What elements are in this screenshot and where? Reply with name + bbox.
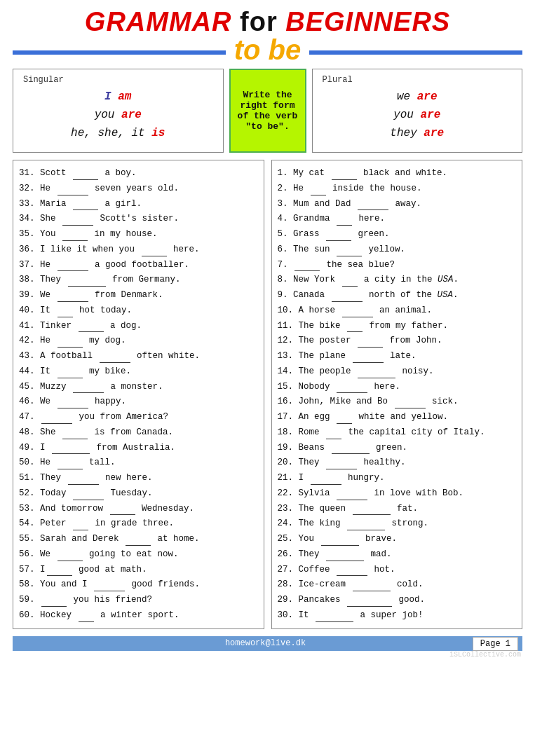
conj-you-are-s: you are xyxy=(23,109,213,121)
list-item: 2. He inside the house. xyxy=(278,182,517,195)
list-item: 12. The poster from John. xyxy=(278,334,517,348)
tobe-row: to be xyxy=(13,39,522,66)
list-item: 5. Grass green. xyxy=(278,228,517,241)
conj-he-is: he, she, it is xyxy=(23,127,213,139)
list-item: 15. Nobody here. xyxy=(278,380,517,394)
list-item: 55. Sarah and Derek at home. xyxy=(19,532,258,546)
list-item: 56. We going to eat now. xyxy=(19,548,258,561)
list-item: 47. you from America? xyxy=(19,411,258,424)
tobe-title: to be xyxy=(226,34,310,66)
list-item: 58. You and I good friends. xyxy=(19,578,258,591)
list-item: 8. New York a city in the USA. xyxy=(278,273,517,287)
singular-label: Singular xyxy=(23,75,213,85)
list-item: 41. Tinker a dog. xyxy=(19,319,258,333)
list-item: 20. They healthy. xyxy=(278,456,517,469)
list-item: 21. I hungry. xyxy=(278,472,517,485)
singular-box: Singular I am you are he, she, it is xyxy=(13,69,224,153)
list-item: 6. The sun yellow. xyxy=(278,243,517,256)
page-title: GRAMMAR for BEGINNERS to be xyxy=(13,7,522,66)
right-exercises: 1. My cat black and white. 2. He inside … xyxy=(271,160,523,629)
instruction-text: Write the right form of the verb "to be"… xyxy=(238,90,298,132)
list-item: 4. Grandma here. xyxy=(278,212,517,226)
footer-email: homework@live.dk xyxy=(139,638,392,648)
list-item: 10. A horse an animal. xyxy=(278,304,517,317)
list-item: 7. the sea blue? xyxy=(278,259,517,272)
list-item: 24. The king strong. xyxy=(278,517,517,530)
list-item: 32. He seven years old. xyxy=(19,182,258,195)
list-item: 53. And tomorrow Wednesday. xyxy=(19,502,258,516)
list-item: 60. Hockey a winter sport. xyxy=(19,609,258,622)
list-item: 13. The plane late. xyxy=(278,350,517,363)
conj-i-am: I am xyxy=(23,90,213,103)
list-item: 50. He tall. xyxy=(19,456,258,469)
list-item: 48. She is from Canada. xyxy=(19,426,258,439)
list-item: 26. They mad. xyxy=(278,548,517,561)
list-item: 23. The queen fat. xyxy=(278,502,517,516)
list-item: 39. We from Denmark. xyxy=(19,289,258,302)
list-item: 14. The people noisy. xyxy=(278,365,517,378)
list-item: 35. You in my house. xyxy=(19,228,258,241)
list-item: 27. Coffee hot. xyxy=(278,563,517,577)
list-item: 33. Maria a girl. xyxy=(19,198,258,211)
list-item: 30. It a super job! xyxy=(278,609,517,622)
conjugation-section: Singular I am you are he, she, it is Wri… xyxy=(13,69,522,153)
list-item: 45. Muzzy a monster. xyxy=(19,380,258,394)
list-item: 51. They new here. xyxy=(19,472,258,485)
list-item: 59. you his friend? xyxy=(19,593,258,607)
list-item: 57. I good at math. xyxy=(19,563,258,577)
list-item: 29. Pancakes good. xyxy=(278,593,517,607)
list-item: 38. They from Germany. xyxy=(19,273,258,287)
list-item: 54. Peter in grade three. xyxy=(19,517,258,530)
list-item: 46. We happy. xyxy=(19,395,258,408)
exercises-section: 31. Scott a boy. 32. He seven years old.… xyxy=(13,160,522,629)
list-item: 16. John, Mike and Bo sick. xyxy=(278,395,517,408)
list-item: 34. She Scott's sister. xyxy=(19,212,258,226)
list-item: 40. It hot today. xyxy=(19,304,258,317)
list-item: 25. You brave. xyxy=(278,532,517,546)
list-item: 9. Canada north of the USA. xyxy=(278,289,517,302)
list-item: 28. Ice-cream cold. xyxy=(278,578,517,591)
list-item: 43. A football often white. xyxy=(19,350,258,363)
footer: homework@live.dk Page 1 xyxy=(13,636,522,651)
plural-box: Plural we are you are they are xyxy=(312,69,523,153)
list-item: 22. Sylvia in love with Bob. xyxy=(278,487,517,500)
list-item: 37. He a good footballer. xyxy=(19,259,258,272)
list-item: 19. Beans green. xyxy=(278,441,517,455)
list-item: 11. The bike from my father. xyxy=(278,319,517,333)
conj-you-are-p: you are xyxy=(323,109,513,121)
page-badge: Page 1 xyxy=(473,637,518,651)
blue-line-left xyxy=(13,50,226,55)
list-item: 36. I like it when you here. xyxy=(19,243,258,256)
plural-label: Plural xyxy=(323,75,513,85)
list-item: 49. I from Australia. xyxy=(19,441,258,455)
blue-line-right xyxy=(309,50,522,55)
logo-text: iSLCollective.com xyxy=(13,651,522,659)
list-item: 3. Mum and Dad away. xyxy=(278,198,517,211)
list-item: 52. Today Tuesday. xyxy=(19,487,258,500)
footer-right: Page 1 xyxy=(392,638,522,649)
list-item: 31. Scott a boy. xyxy=(19,167,258,180)
instruction-box: Write the right form of the verb "to be"… xyxy=(229,69,306,153)
list-item: 17. An egg white and yellow. xyxy=(278,411,517,424)
list-item: 1. My cat black and white. xyxy=(278,167,517,180)
list-item: 44. It my bike. xyxy=(19,365,258,378)
list-item: 18. Rome the capital city of Italy. xyxy=(278,426,517,439)
conj-we-are: we are xyxy=(323,90,513,103)
conj-they-are: they are xyxy=(323,127,513,139)
list-item: 42. He my dog. xyxy=(19,334,258,348)
main-title: GRAMMAR for BEGINNERS xyxy=(85,7,450,36)
left-exercises: 31. Scott a boy. 32. He seven years old.… xyxy=(13,160,264,629)
